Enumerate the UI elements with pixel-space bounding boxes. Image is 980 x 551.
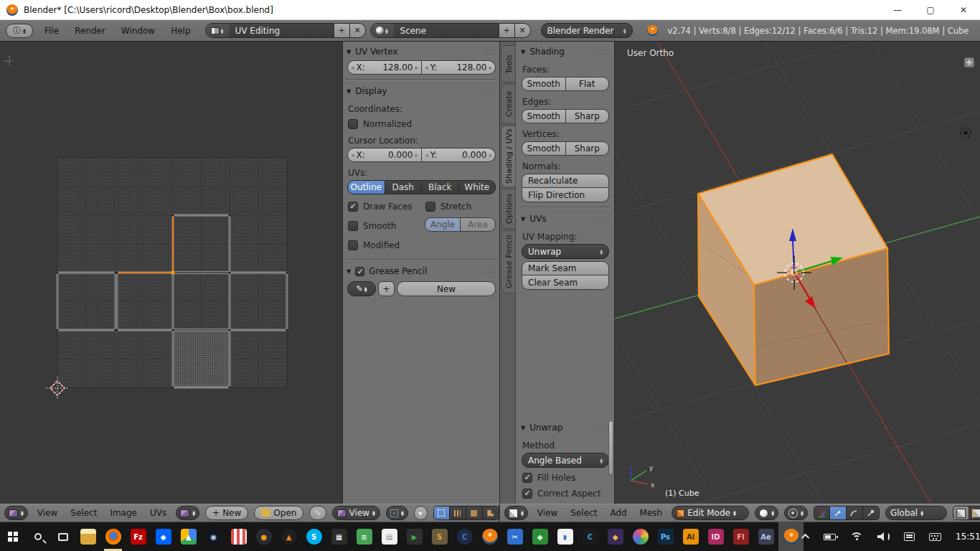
rotate-manipulator-button[interactable] bbox=[847, 506, 863, 520]
stretch-checkbox[interactable] bbox=[425, 202, 435, 212]
action-center-icon[interactable] bbox=[904, 532, 915, 541]
uv-mapping-menu[interactable]: Unwrap bbox=[522, 244, 609, 259]
draw-faces-checkbox[interactable] bbox=[348, 202, 358, 212]
tab-options[interactable]: Options bbox=[502, 189, 516, 229]
screen-layout-name[interactable]: UV Editing bbox=[229, 24, 334, 37]
delete-scene-button[interactable]: ✕ bbox=[514, 24, 530, 37]
taskbar-clock[interactable]: 15:51 bbox=[956, 532, 980, 542]
pin-button[interactable]: ✎ bbox=[309, 506, 326, 520]
green-arrow-app[interactable]: ▶ bbox=[402, 522, 427, 551]
tab-shading-uvs[interactable]: Shading / UVs bbox=[502, 126, 516, 187]
scale-manipulator-button[interactable] bbox=[863, 506, 880, 520]
decrement-arrow-icon[interactable]: ◂ bbox=[351, 64, 354, 71]
scene-name[interactable]: Scene bbox=[394, 24, 499, 37]
notepad[interactable]: ≡ bbox=[352, 522, 377, 551]
uv-vertex-panel-header[interactable]: ▼ UV Vertex :::: bbox=[347, 44, 496, 59]
after-effects[interactable]: Ae bbox=[753, 522, 778, 551]
grease-pencil-checkbox[interactable] bbox=[355, 267, 364, 276]
task-view-button[interactable] bbox=[50, 522, 75, 551]
blue-white-shield-app[interactable]: ◗ bbox=[552, 522, 578, 551]
dropbox[interactable]: ◆ bbox=[151, 522, 176, 551]
v3d-menu-view[interactable]: View bbox=[537, 508, 557, 518]
stretch-area-button[interactable]: Area bbox=[461, 217, 496, 232]
image-new-button[interactable]: +New bbox=[205, 506, 248, 520]
viewport-3d[interactable]: x y User Ortho (1) Cube bbox=[615, 42, 980, 504]
grease-pencil-panel-header[interactable]: ▼ Grease Pencil :::: bbox=[347, 264, 496, 278]
firefox[interactable] bbox=[100, 522, 126, 551]
popcorn-time[interactable] bbox=[226, 522, 251, 551]
image-datablock-select[interactable] bbox=[176, 506, 199, 520]
vertices-sharp-button[interactable]: Sharp bbox=[566, 141, 610, 156]
uv-select-vertex-button[interactable] bbox=[433, 506, 450, 520]
decrement-arrow-icon[interactable]: ◂ bbox=[425, 64, 428, 71]
panel-grip-icon[interactable]: :::: bbox=[485, 88, 496, 95]
vertex-mode-button[interactable] bbox=[953, 506, 969, 520]
file-explorer[interactable] bbox=[75, 522, 100, 551]
uv-select-island-button[interactable] bbox=[483, 506, 499, 520]
flash[interactable]: Fl bbox=[728, 522, 753, 551]
tab-tools[interactable]: Tools bbox=[502, 45, 516, 83]
illustrator[interactable]: Ai bbox=[678, 522, 703, 551]
decrement-arrow-icon[interactable]: ◂ bbox=[425, 151, 428, 159]
image-open-button[interactable]: Open bbox=[254, 506, 303, 520]
translate-manipulator-button[interactable] bbox=[830, 506, 847, 520]
clear-seam-button[interactable]: Clear Seam bbox=[522, 276, 609, 290]
uv-menu-uvs[interactable]: UVs bbox=[150, 508, 166, 518]
add-scene-button[interactable]: + bbox=[499, 24, 514, 37]
menu-window[interactable]: Window bbox=[121, 26, 155, 36]
grease-pencil-new-button[interactable]: New bbox=[397, 281, 496, 296]
add-screen-layout-button[interactable]: + bbox=[334, 24, 349, 37]
increment-arrow-icon[interactable]: ▸ bbox=[489, 64, 492, 71]
uv-vertex-y-field[interactable]: ◂ Y: 128.00 ▸ bbox=[422, 60, 496, 75]
uv-menu-image[interactable]: Image bbox=[110, 508, 137, 518]
stretch-angle-button[interactable]: Angle bbox=[425, 217, 461, 232]
uv-editor-canvas[interactable] bbox=[0, 42, 343, 504]
vertices-smooth-button[interactable]: Smooth bbox=[522, 141, 566, 156]
viewport-shading-select[interactable] bbox=[755, 506, 778, 520]
editor-type-info-button[interactable]: ⓘ bbox=[6, 24, 33, 38]
fill-holes-checkbox[interactable] bbox=[522, 473, 532, 483]
panel-grip-icon[interactable]: :::: bbox=[598, 48, 610, 55]
transform-orientation-select[interactable]: Global bbox=[885, 506, 947, 520]
purple-gold-app[interactable]: ◆ bbox=[603, 522, 628, 551]
editor-type-select[interactable] bbox=[504, 506, 528, 520]
faces-flat-button[interactable]: Flat bbox=[566, 77, 610, 91]
uv-sync-selection-toggle[interactable] bbox=[414, 506, 428, 520]
uv-selected-face[interactable] bbox=[173, 330, 230, 387]
decrement-arrow-icon[interactable]: ◂ bbox=[351, 151, 354, 159]
edges-sharp-button[interactable]: Sharp bbox=[566, 109, 610, 123]
blender-active[interactable] bbox=[778, 522, 804, 551]
menu-file[interactable]: File bbox=[44, 26, 59, 36]
blue-c-ring-app[interactable]: C bbox=[452, 522, 477, 551]
manipulator-axes-icon-button[interactable] bbox=[814, 506, 830, 520]
tab-grease-pencil[interactable]: Grease Pencil bbox=[502, 230, 516, 293]
smooth-checkbox[interactable] bbox=[348, 221, 358, 231]
modified-checkbox[interactable] bbox=[348, 240, 358, 250]
google-drive[interactable]: ▲ bbox=[176, 522, 201, 551]
wifi-icon[interactable] bbox=[850, 532, 863, 542]
scene-browse-button[interactable] bbox=[371, 24, 394, 37]
touch-keyboard-icon[interactable] bbox=[929, 533, 941, 541]
grease-pencil-add-button[interactable]: + bbox=[378, 281, 395, 296]
increment-arrow-icon[interactable]: ▸ bbox=[489, 151, 492, 159]
blender-app[interactable] bbox=[477, 522, 502, 551]
uv-selected-vertex[interactable] bbox=[171, 270, 174, 274]
uv-draw-outline-button[interactable]: Outline bbox=[347, 180, 385, 194]
correct-aspect-checkbox[interactable] bbox=[522, 489, 532, 499]
cursor-y-field[interactable]: ◂ Y: 0.000 ▸ bbox=[422, 148, 496, 162]
tab-create[interactable]: Create bbox=[502, 84, 516, 124]
battery-icon[interactable] bbox=[824, 534, 836, 540]
green-app[interactable]: ◆ bbox=[527, 522, 552, 551]
uv-vertex-x-field[interactable]: ◂ X: 128.00 ▸ bbox=[347, 60, 422, 75]
uv-mode-select[interactable]: View bbox=[332, 506, 380, 520]
color-wheel-app[interactable] bbox=[628, 522, 653, 551]
uv-select-edge-button[interactable] bbox=[450, 506, 466, 520]
recalculate-normals-button[interactable]: Recalculate bbox=[522, 174, 609, 188]
minimize-button[interactable]: — bbox=[881, 0, 914, 19]
delete-screen-layout-button[interactable]: ✕ bbox=[349, 24, 365, 37]
edge-mode-button[interactable] bbox=[969, 506, 980, 520]
photoshop[interactable]: Ps bbox=[653, 522, 678, 551]
panel-grip-icon[interactable]: :::: bbox=[598, 215, 610, 222]
uv-draw-white-button[interactable]: White bbox=[459, 180, 496, 194]
panel-grip-icon[interactable]: :::: bbox=[485, 48, 496, 55]
